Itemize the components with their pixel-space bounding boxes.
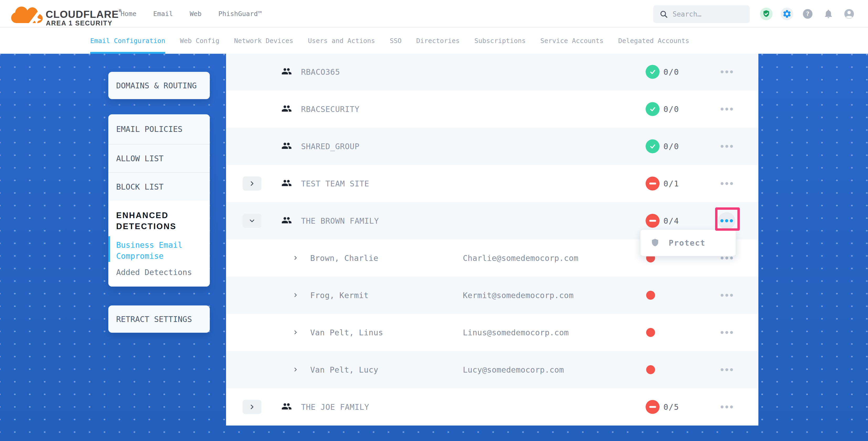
protected-count: 0/5: [663, 403, 679, 412]
search-box[interactable]: [653, 5, 750, 23]
tab-service-accounts[interactable]: Service Accounts: [540, 28, 604, 54]
active-item-indicator: [108, 236, 110, 262]
member-email: Charlie@somedemocorp.com: [463, 254, 579, 263]
sidebar-item-allow-list[interactable]: ALLOW LIST: [108, 145, 210, 172]
member-name: Brown, Charlie: [310, 254, 378, 263]
enhanced-detections-section: ENHANCED DETECTIONS Business Email Compr…: [108, 200, 210, 287]
sidebar-item-block-list[interactable]: BLOCK LIST: [108, 173, 210, 200]
group-name: RBACSECURITY: [301, 105, 360, 114]
shield-icon: [650, 238, 660, 248]
status-dot-blocked-icon: [646, 328, 655, 337]
top-nav-item-phishguard[interactable]: PhishGuard™: [218, 10, 262, 18]
top-nav-item-email[interactable]: Email: [153, 10, 173, 18]
member-email: Kermit@somedemocorp.com: [463, 291, 574, 300]
protected-count: 0/1: [663, 179, 679, 188]
group-name: TEST TEAM SITE: [301, 179, 369, 188]
group-people-icon: [281, 103, 292, 115]
table-row-group[interactable]: THE JOE FAMILY0/5: [226, 388, 758, 426]
row-actions-menu: Protect: [640, 229, 736, 256]
search-input[interactable]: [673, 10, 743, 18]
member-name: Van Pelt, Lucy: [310, 365, 378, 374]
tab-sso[interactable]: SSO: [390, 28, 401, 54]
row-actions-ellipsis[interactable]: [721, 182, 733, 185]
sidebar-item-email-policies[interactable]: EMAIL POLICIES: [108, 114, 210, 144]
protected-count: 0/4: [663, 216, 679, 225]
group-people-icon: [281, 66, 292, 77]
tab-directories[interactable]: Directories: [416, 28, 460, 54]
status-badge-ok-icon: [646, 139, 659, 153]
sidebar-policies-card: EMAIL POLICIES ALLOW LIST BLOCK LIST ENH…: [108, 114, 210, 287]
member-name: Van Pelt, Linus: [310, 328, 383, 337]
svg-text:?: ?: [806, 10, 809, 18]
tab-email-configuration[interactable]: Email Configuration: [90, 28, 165, 54]
member-chevron-icon[interactable]: [293, 291, 298, 300]
member-email: Lucy@somedemocorp.com: [463, 365, 564, 374]
table-row-group[interactable]: RBACO3650/0: [226, 53, 758, 90]
account-avatar-icon[interactable]: [843, 8, 856, 20]
group-people-icon: [281, 215, 292, 226]
member-name: Frog, Kermit: [310, 291, 369, 300]
protected-count: 0/0: [663, 105, 679, 114]
row-actions-ellipsis[interactable]: [721, 145, 733, 148]
status-dot-blocked-icon: [646, 365, 655, 374]
status-badge-blocked-icon: [646, 177, 659, 191]
notifications-bell-icon[interactable]: [822, 8, 835, 20]
member-chevron-icon[interactable]: [293, 254, 298, 262]
tab-delegated-accounts[interactable]: Delegated Accounts: [618, 28, 689, 54]
tab-network-devices[interactable]: Network Devices: [234, 28, 293, 54]
table-row-group[interactable]: SHARED_GROUP0/0: [226, 128, 758, 165]
top-nav-item-web[interactable]: Web: [190, 10, 202, 18]
brand-name: CLOUDFLARE®: [45, 9, 122, 20]
menu-item-protect[interactable]: Protect: [669, 238, 705, 248]
top-nav-item-home[interactable]: Home: [121, 10, 136, 18]
collapse-group-button[interactable]: [243, 214, 261, 228]
sidebar-item-added-detections[interactable]: Added Detections: [116, 268, 203, 277]
group-people-icon: [281, 401, 292, 413]
config-tab-bar: Email ConfigurationWeb ConfigNetwork Dev…: [0, 28, 868, 54]
table-row-member[interactable]: Frog, KermitKermit@somedemocorp.com: [226, 277, 758, 314]
table-row-member[interactable]: Van Pelt, LucyLucy@somedemocorp.com: [226, 351, 758, 388]
shield-check-icon[interactable]: [760, 8, 773, 20]
expand-group-button[interactable]: [243, 400, 261, 414]
brand-subtitle: AREA 1 SECURITY: [46, 20, 113, 27]
group-people-icon: [281, 178, 292, 189]
member-email: Linus@somedemocorp.com: [463, 328, 569, 337]
table-row-member[interactable]: Van Pelt, LinusLinus@somedemocorp.com: [226, 314, 758, 351]
tab-users-and-actions[interactable]: Users and Actions: [308, 28, 375, 54]
member-chevron-icon[interactable]: [293, 328, 298, 337]
sidebar-item-retract-settings[interactable]: RETRACT SETTINGS: [108, 306, 210, 333]
tab-subscriptions[interactable]: Subscriptions: [474, 28, 526, 54]
table-row-group[interactable]: TEST TEAM SITE0/1: [226, 165, 758, 202]
row-actions-ellipsis[interactable]: [721, 257, 733, 259]
sidebar-heading-enhanced-detections: ENHANCED DETECTIONS: [116, 210, 195, 232]
row-actions-ellipsis[interactable]: [721, 368, 733, 371]
settings-gear-icon[interactable]: [781, 8, 793, 20]
search-icon: [659, 10, 668, 18]
group-name: THE BROWN FAMILY: [301, 216, 379, 225]
group-name: RBACO365: [301, 67, 340, 76]
sidebar-item-domains-routing[interactable]: DOMAINS & ROUTING: [108, 72, 210, 99]
row-actions-ellipsis[interactable]: [721, 108, 733, 111]
help-icon[interactable]: ?: [801, 8, 814, 20]
top-nav: HomeEmailWebPhishGuard™: [121, 0, 262, 28]
row-actions-ellipsis[interactable]: [721, 331, 733, 334]
cloudflare-logo-icon: [9, 2, 44, 25]
sidebar-item-business-email-compromise[interactable]: Business Email Compromise: [116, 240, 197, 262]
status-badge-blocked-icon: [646, 214, 659, 228]
status-badge-ok-icon: [646, 102, 659, 116]
status-badge-blocked-icon: [646, 400, 659, 414]
expand-group-button[interactable]: [243, 177, 261, 191]
row-actions-ellipsis[interactable]: [721, 70, 733, 73]
member-chevron-icon[interactable]: [293, 366, 298, 374]
group-name: THE JOE FAMILY: [301, 403, 369, 412]
screen: CLOUDFLARE® AREA 1 SECURITY HomeEmailWeb…: [0, 0, 868, 441]
protected-count: 0/0: [663, 142, 679, 151]
table-row-group[interactable]: RBACSECURITY0/0: [226, 90, 758, 128]
status-badge-ok-icon: [646, 65, 659, 79]
header-icons: ?: [760, 8, 856, 20]
group-people-icon: [281, 140, 292, 152]
row-actions-ellipsis[interactable]: [721, 294, 733, 297]
status-dot-blocked-icon: [646, 291, 655, 300]
tab-web-config[interactable]: Web Config: [180, 28, 219, 54]
row-actions-ellipsis[interactable]: [721, 406, 733, 408]
